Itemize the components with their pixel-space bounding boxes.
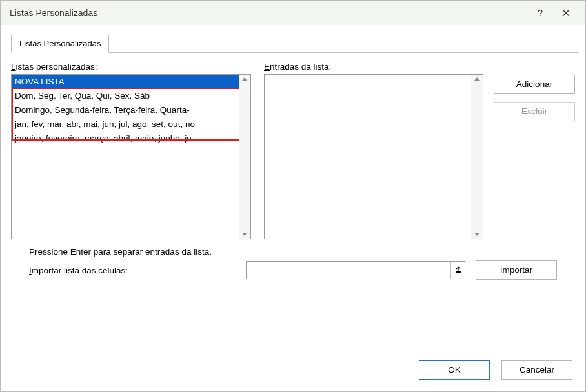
cancel-button[interactable]: Cancelar [501, 360, 572, 380]
list-item[interactable]: jan, fev, mar, abr, mai, jun, jul, ago, … [12, 117, 239, 132]
custom-lists-listbox[interactable]: NOVA LISTA Dom, Seg, Ter, Qua, Qui, Sex,… [11, 74, 251, 239]
ok-button[interactable]: OK [419, 360, 490, 380]
import-range-input[interactable] [246, 261, 465, 279]
collapse-icon [454, 266, 462, 274]
close-button[interactable] [553, 3, 579, 23]
scroll-down-icon [242, 233, 247, 236]
collapse-dialog-button[interactable] [450, 262, 465, 279]
entries-hint: Pressione Enter para separar entradas da… [29, 247, 575, 257]
list-entries-textarea[interactable] [264, 74, 483, 239]
list-item[interactable]: Domingo, Segunda-feira, Terça-feira, Qua… [12, 103, 239, 117]
scroll-down-icon [474, 233, 480, 236]
custom-lists-label: Listas personalizadas: [11, 62, 251, 72]
window-title: Listas Personalizadas [10, 8, 527, 18]
list-item[interactable]: NOVA LISTA [12, 75, 239, 89]
delete-button[interactable]: Excluir [494, 102, 575, 121]
scroll-up-icon [474, 77, 480, 81]
close-icon [562, 9, 570, 17]
dialog-footer: OK Cancelar [419, 360, 572, 380]
dialog-content: Listas personalizadas: NOVA LISTA Dom, S… [1, 53, 585, 391]
tab-custom-lists[interactable]: Listas Personalizadas [11, 35, 109, 53]
list-item[interactable]: Dom, Seg, Ter, Qua, Qui, Sex, Sáb [12, 89, 239, 103]
tab-bar: Listas Personalizadas [1, 25, 585, 52]
scroll-up-icon [242, 77, 247, 81]
add-button[interactable]: Adicionar [494, 75, 575, 94]
import-cells-label: Importar lista das células: [29, 266, 246, 275]
import-button[interactable]: Importar [476, 260, 557, 280]
help-button[interactable]: ? [527, 3, 553, 23]
custom-lists-dialog: Listas Personalizadas ? Listas Personali… [0, 0, 586, 392]
scrollbar[interactable] [471, 75, 483, 239]
list-entries-label: Entradas da lista: [264, 62, 483, 72]
title-bar: Listas Personalizadas ? [1, 1, 585, 25]
svg-rect-2 [456, 271, 461, 273]
list-item[interactable]: janeiro, fevereiro, março, abril, maio, … [12, 132, 239, 146]
scrollbar[interactable] [239, 75, 250, 239]
